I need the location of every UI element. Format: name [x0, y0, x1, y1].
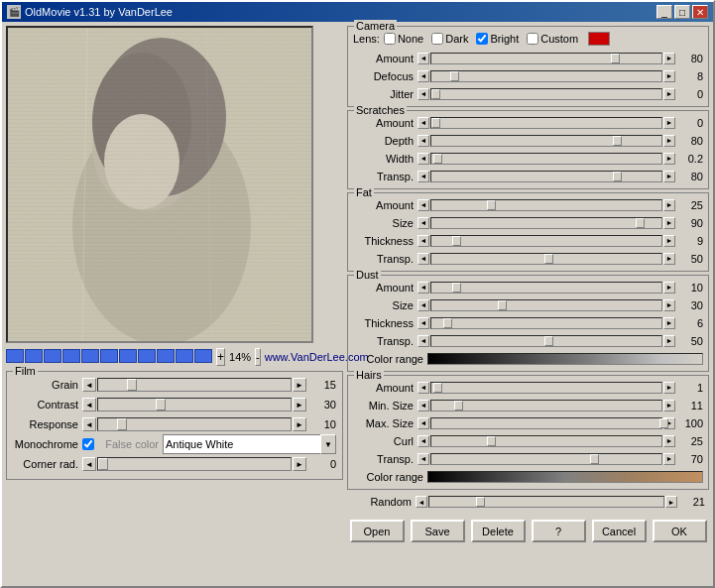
hairs-transp-left-btn[interactable]: ◄	[417, 453, 429, 465]
hairs-max-size-track[interactable]	[430, 417, 662, 429]
scr-depth-thumb[interactable]	[613, 136, 622, 146]
hairs-min-size-track[interactable]	[430, 400, 662, 412]
dust-amount-left-btn[interactable]: ◄	[417, 282, 429, 294]
fat-thickness-track[interactable]	[430, 235, 662, 247]
fat-thickness-left-btn[interactable]: ◄	[417, 235, 429, 247]
cam-jitter-right-btn[interactable]: ►	[663, 88, 675, 100]
scr-transp-left-btn[interactable]: ◄	[417, 171, 429, 182]
dust-transp-right-btn[interactable]: ►	[663, 335, 675, 347]
grain-thumb[interactable]	[127, 379, 137, 391]
scr-transp-right-btn[interactable]: ►	[663, 171, 675, 182]
random-right-btn[interactable]: ►	[665, 496, 677, 508]
cam-jitter-track[interactable]	[430, 88, 662, 100]
hairs-amount-thumb[interactable]	[433, 383, 442, 393]
dust-size-right-btn[interactable]: ►	[663, 299, 675, 311]
grain-left-btn[interactable]: ◄	[82, 378, 96, 392]
corner-rad-left-btn[interactable]: ◄	[82, 457, 96, 471]
dust-thickness-track[interactable]	[430, 317, 662, 329]
response-right-btn[interactable]: ►	[293, 417, 306, 431]
dropdown-arrow[interactable]: ▼	[320, 434, 336, 454]
scr-width-track[interactable]	[430, 153, 662, 165]
cam-defocus-thumb[interactable]	[450, 71, 459, 81]
scr-width-left-btn[interactable]: ◄	[417, 153, 429, 165]
hairs-min-size-thumb[interactable]	[454, 401, 463, 411]
ok-button[interactable]: OK	[653, 520, 707, 542]
hairs-amount-track[interactable]	[430, 382, 662, 394]
hairs-min-size-right-btn[interactable]: ►	[663, 400, 675, 412]
dust-amount-track[interactable]	[430, 282, 662, 294]
cam-jitter-left-btn[interactable]: ◄	[417, 88, 429, 100]
response-left-btn[interactable]: ◄	[82, 417, 96, 431]
open-button[interactable]: Open	[350, 520, 405, 542]
hairs-max-size-thumb[interactable]	[659, 418, 668, 428]
hairs-transp-right-btn[interactable]: ►	[663, 453, 675, 465]
cam-amount-right-btn[interactable]: ►	[663, 53, 675, 64]
zoom-minus-button[interactable]: -	[255, 348, 261, 366]
scr-amount-left-btn[interactable]: ◄	[417, 117, 429, 129]
cam-amount-thumb[interactable]	[611, 54, 620, 63]
response-thumb[interactable]	[117, 418, 127, 430]
scr-transp-thumb[interactable]	[613, 172, 622, 181]
hairs-transp-track[interactable]	[430, 453, 662, 465]
false-color-dropdown[interactable]: Antique White	[163, 434, 321, 454]
fat-transp-thumb[interactable]	[544, 254, 553, 264]
scr-width-right-btn[interactable]: ►	[663, 153, 675, 165]
cam-jitter-thumb[interactable]	[431, 89, 440, 99]
grain-right-btn[interactable]: ►	[293, 378, 306, 392]
cam-defocus-right-btn[interactable]: ►	[663, 70, 675, 82]
fat-thickness-right-btn[interactable]: ►	[663, 235, 675, 247]
dust-transp-thumb[interactable]	[544, 336, 553, 346]
grain-track[interactable]	[97, 378, 292, 392]
dust-thickness-thumb[interactable]	[443, 318, 452, 328]
dust-transp-left-btn[interactable]: ◄	[417, 335, 429, 347]
response-track[interactable]	[97, 417, 292, 431]
hairs-curl-left-btn[interactable]: ◄	[417, 435, 429, 447]
scr-amount-thumb[interactable]	[431, 118, 440, 128]
corner-rad-right-btn[interactable]: ►	[293, 457, 306, 471]
hairs-max-size-left-btn[interactable]: ◄	[417, 417, 429, 429]
lens-custom-checkbox[interactable]	[527, 33, 538, 45]
hairs-color-range-track[interactable]	[427, 471, 703, 483]
scr-amount-track[interactable]	[430, 117, 662, 129]
scr-depth-right-btn[interactable]: ►	[663, 135, 675, 147]
dust-size-track[interactable]	[430, 299, 662, 311]
fat-size-right-btn[interactable]: ►	[663, 217, 675, 229]
zoom-plus-button[interactable]: +	[216, 348, 225, 366]
hairs-transp-thumb[interactable]	[590, 454, 599, 464]
cam-amount-track[interactable]	[430, 53, 662, 64]
custom-color-box[interactable]	[588, 32, 610, 46]
fat-transp-left-btn[interactable]: ◄	[417, 253, 429, 265]
dust-size-left-btn[interactable]: ◄	[417, 299, 429, 311]
dust-amount-right-btn[interactable]: ►	[663, 282, 675, 294]
hairs-curl-track[interactable]	[430, 435, 662, 447]
hairs-curl-right-btn[interactable]: ►	[663, 435, 675, 447]
dust-transp-track[interactable]	[430, 335, 662, 347]
dust-size-thumb[interactable]	[498, 300, 507, 310]
delete-button[interactable]: Delete	[471, 520, 526, 542]
lens-bright-checkbox[interactable]	[476, 33, 488, 45]
fat-amount-track[interactable]	[430, 199, 662, 211]
save-button[interactable]: Save	[411, 520, 465, 542]
fat-size-thumb[interactable]	[636, 218, 645, 228]
hairs-curl-thumb[interactable]	[487, 436, 496, 446]
cancel-button[interactable]: Cancel	[592, 520, 647, 542]
dust-thickness-left-btn[interactable]: ◄	[417, 317, 429, 329]
dust-amount-thumb[interactable]	[452, 283, 461, 293]
hairs-amount-left-btn[interactable]: ◄	[417, 382, 429, 394]
scr-transp-track[interactable]	[430, 171, 662, 182]
lens-dark-checkbox[interactable]	[431, 33, 443, 45]
contrast-left-btn[interactable]: ◄	[82, 398, 96, 412]
fat-amount-thumb[interactable]	[487, 200, 496, 210]
close-button[interactable]: ✕	[692, 5, 708, 19]
cam-defocus-track[interactable]	[430, 70, 662, 82]
help-button[interactable]: ?	[532, 520, 586, 542]
hairs-min-size-left-btn[interactable]: ◄	[417, 400, 429, 412]
corner-rad-thumb[interactable]	[98, 458, 108, 470]
scr-depth-track[interactable]	[430, 135, 662, 147]
scr-depth-left-btn[interactable]: ◄	[417, 135, 429, 147]
fat-size-track[interactable]	[430, 217, 662, 229]
scr-amount-right-btn[interactable]: ►	[663, 117, 675, 129]
contrast-right-btn[interactable]: ►	[293, 398, 306, 412]
monochrome-checkbox[interactable]	[82, 438, 94, 450]
fat-amount-right-btn[interactable]: ►	[663, 199, 675, 211]
